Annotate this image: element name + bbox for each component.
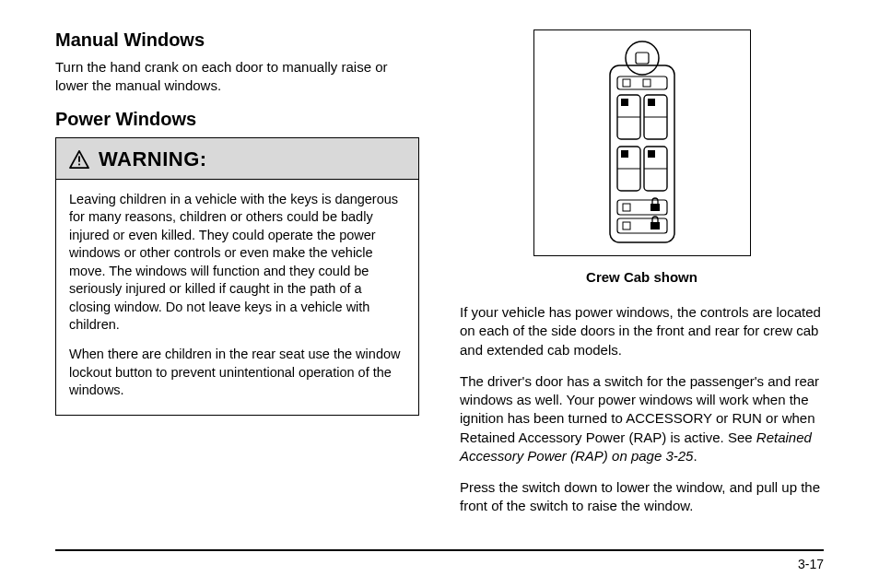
warning-paragraph-1: Leaving children in a vehicle with the k… (69, 191, 405, 335)
paragraph-driver-switch: The driver's door has a switch for the p… (460, 372, 824, 465)
paragraph-manual-windows: Turn the hand crank on each door to manu… (55, 58, 419, 96)
svg-rect-3 (610, 65, 674, 242)
svg-rect-2 (78, 163, 80, 165)
heading-manual-windows: Manual Windows (55, 29, 419, 51)
svg-rect-26 (623, 222, 630, 229)
figure-box (533, 29, 751, 256)
two-column-layout: Manual Windows Turn the hand crank on ea… (55, 29, 824, 529)
footer-rule (55, 549, 824, 551)
warning-triangle-icon (69, 150, 89, 169)
warning-paragraph-2: When there are children in the rear seat… (69, 346, 405, 400)
paragraph-switch-operation: Press the switch down to lower the windo… (460, 478, 824, 516)
left-column: Manual Windows Turn the hand crank on ea… (55, 29, 419, 529)
warning-body: Leaving children in a vehicle with the k… (56, 180, 418, 415)
figure-caption: Crew Cab shown (586, 269, 697, 285)
svg-rect-25 (650, 222, 660, 229)
heading-power-windows: Power Windows (55, 109, 419, 130)
paragraph-controls-location: If your vehicle has power windows, the c… (460, 303, 824, 359)
warning-box: WARNING: Leaving children in a vehicle w… (55, 137, 419, 416)
svg-rect-7 (623, 79, 630, 87)
svg-rect-8 (643, 79, 650, 87)
svg-rect-1 (78, 156, 80, 161)
svg-rect-18 (648, 150, 655, 158)
page-footer: 3-17 (55, 549, 824, 571)
manual-page: Manual Windows Turn the hand crank on ea… (0, 0, 879, 588)
svg-rect-6 (617, 76, 667, 89)
p2-text-b: . (693, 448, 697, 464)
figure: Crew Cab shown (460, 29, 824, 294)
svg-rect-11 (621, 99, 628, 106)
window-switch-panel-icon (606, 38, 678, 246)
svg-point-4 (626, 41, 659, 75)
page-number: 3-17 (55, 557, 824, 571)
right-column: Crew Cab shown If your vehicle has power… (460, 29, 824, 529)
svg-rect-5 (636, 53, 649, 64)
warning-title: WARNING: (99, 147, 207, 171)
svg-rect-24 (623, 204, 630, 211)
warning-header: WARNING: (56, 138, 418, 180)
svg-rect-17 (621, 150, 628, 158)
svg-rect-23 (650, 204, 660, 211)
svg-rect-12 (648, 99, 655, 106)
